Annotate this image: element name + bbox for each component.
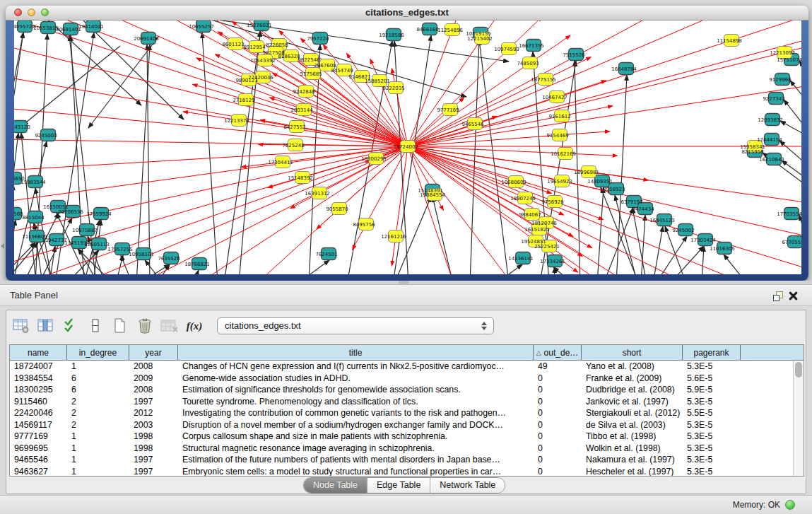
network-edge[interactable] [553, 267, 573, 274]
table-row[interactable]: 1830029562008Estimation of significance … [10, 384, 793, 396]
table-cell: 5.3E-5 [683, 454, 741, 466]
network-edge[interactable] [202, 33, 218, 274]
table-cell: 0 [534, 431, 582, 443]
table-panel-body: f(x) citations_edges.txt namein_degreeye… [6, 310, 806, 494]
column-header-pagerank[interactable]: pagerank [683, 345, 741, 360]
network-node-label: 16210643 [759, 157, 784, 163]
tab-node-table[interactable]: Node Table [304, 478, 367, 493]
network-edge[interactable] [632, 208, 647, 274]
network-edge[interactable] [724, 255, 747, 274]
network-canvas[interactable]: 2405572420553813206914011841404120691406… [14, 21, 801, 274]
network-view-frame: 2405572420553813206914011841404120691406… [14, 21, 801, 274]
table-row[interactable]: 1938455462009Genome-wide association stu… [10, 373, 793, 385]
row-height-icon[interactable] [85, 315, 106, 337]
network-node-label: 18996981 [574, 170, 599, 175]
network-edge[interactable] [205, 146, 408, 274]
network-node-label: 7957224 [307, 36, 329, 42]
network-edge[interactable] [408, 146, 452, 274]
table-row[interactable]: 946554611997Estimation of the future num… [10, 454, 793, 466]
column-header-short[interactable]: short [582, 345, 683, 360]
network-edge[interactable] [14, 133, 18, 274]
zoom-window-button[interactable] [41, 8, 49, 16]
table-cell: Franke et al. (2009) [582, 373, 683, 385]
table-row[interactable]: 1872400712008Changes of HCN gene express… [10, 361, 793, 373]
network-edge[interactable] [496, 264, 522, 274]
network-edge[interactable] [194, 270, 199, 274]
table-row[interactable]: 969969511998Structural magnetic resonanc… [10, 443, 793, 455]
table-scrollbar-thumb[interactable] [795, 362, 802, 378]
column-header-out-de[interactable]: △out_de… [534, 345, 582, 360]
network-edge[interactable] [575, 61, 580, 274]
sort-ascending-icon: △ [536, 349, 541, 356]
network-edge[interactable] [408, 146, 801, 269]
column-header-name[interactable]: name [10, 345, 67, 360]
network-edge[interactable] [408, 21, 712, 146]
network-edge[interactable] [780, 121, 801, 136]
network-edge[interactable] [145, 260, 163, 274]
network-edge[interactable] [21, 133, 36, 274]
network-edge[interactable] [298, 260, 329, 274]
network-edge[interactable] [653, 226, 663, 274]
network-node-label: 16648784 [611, 66, 637, 72]
table-scrollbar[interactable] [793, 361, 804, 476]
network-edge[interactable] [14, 146, 408, 233]
close-panel-icon[interactable] [789, 291, 798, 300]
network-edge[interactable] [670, 246, 704, 274]
table-cell: 1 [67, 361, 129, 373]
column-header-year[interactable]: year [129, 345, 178, 360]
column-chooser-icon[interactable] [35, 315, 57, 337]
minimize-window-button[interactable] [28, 8, 35, 16]
hidden-panel-arrow-icon[interactable] [1, 243, 4, 249]
network-node-label: 9222035 [382, 86, 404, 91]
status-bar: Memory: OK [0, 495, 812, 514]
table-mode-icon[interactable] [11, 315, 32, 337]
network-edge[interactable] [702, 246, 704, 274]
network-edge[interactable] [597, 187, 604, 274]
table-row[interactable]: 977716911998Corpus callosum shape and si… [10, 431, 793, 443]
network-edge[interactable] [433, 197, 453, 274]
table-row[interactable]: 2242004622012Investigating the contribut… [10, 407, 793, 419]
network-node-label: 18300295 [361, 156, 387, 162]
network-edge[interactable] [470, 40, 479, 274]
network-node-label: 9884067 [519, 212, 541, 218]
network-edge[interactable] [392, 146, 408, 266]
new-column-icon[interactable] [110, 315, 131, 337]
network-node-label: 17703554 [777, 211, 801, 217]
table-cell: Estimation of significance thresholds fo… [178, 384, 534, 396]
network-edge[interactable] [408, 35, 570, 146]
network-node-label: 24055724 [14, 24, 35, 30]
network-node-label: 16151821 [524, 227, 550, 233]
network-edge[interactable] [408, 39, 801, 146]
table-selector-dropdown[interactable]: citations_edges.txt [217, 317, 494, 334]
network-edge[interactable] [88, 36, 159, 128]
table-row[interactable]: 1456911722003Disruption of a novel membe… [10, 419, 793, 431]
column-header-title[interactable]: title [178, 345, 534, 360]
table-cell: 6 [67, 373, 129, 385]
table-row[interactable]: 911546021997Tourette syndrome. Phenomeno… [10, 396, 793, 408]
network-node-label: 9175685 [300, 71, 322, 77]
table-cell: Changes of HCN gene expression and I(f) … [178, 361, 534, 373]
network-edge[interactable] [616, 75, 627, 274]
function-builder-icon[interactable]: f(x) [184, 315, 205, 337]
network-edge[interactable] [14, 139, 408, 146]
close-window-button[interactable] [14, 8, 22, 16]
table-row[interactable]: 946362711997Embryonic stem cells: a mode… [10, 466, 793, 477]
network-edge[interactable] [790, 81, 801, 101]
delete-column-icon[interactable] [134, 315, 155, 337]
network-edge[interactable] [408, 86, 801, 146]
table-cell: 1 [67, 443, 129, 455]
select-columns-check-icon[interactable] [60, 315, 81, 337]
table-cell: 2008 [129, 384, 178, 396]
network-edge[interactable] [14, 220, 16, 274]
network-node-label: 15885201 [365, 78, 390, 84]
tab-edge-table[interactable]: Edge Table [367, 478, 430, 493]
network-edge[interactable] [784, 100, 801, 129]
network-edge[interactable] [147, 45, 150, 274]
float-panel-icon[interactable] [773, 291, 783, 300]
network-edge[interactable] [239, 31, 260, 274]
tab-network-table[interactable]: Network Table [430, 478, 505, 493]
table-cell: 18300295 [10, 384, 67, 396]
column-header-in-degree[interactable]: in_degree [67, 345, 129, 360]
window-titlebar[interactable]: citations_edges.txt [6, 6, 808, 21]
delete-table-icon[interactable] [159, 315, 180, 337]
